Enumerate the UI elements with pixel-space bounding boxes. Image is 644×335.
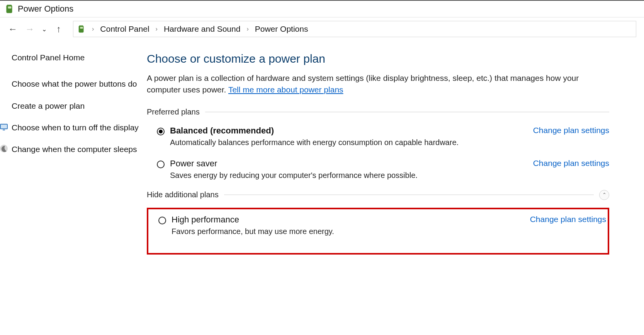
plan-description: Favors performance, but may use more ene… — [172, 227, 522, 236]
plan-title: Power saver — [170, 159, 525, 169]
page-description: A power plan is a collection of hardware… — [147, 72, 609, 96]
sidebar-home-link[interactable]: Control Panel Home — [12, 52, 139, 63]
sidebar-item-label: Create a power plan — [12, 101, 85, 111]
collapse-button[interactable]: ⌃ — [599, 190, 609, 200]
radio-power-saver[interactable] — [157, 161, 165, 168]
chevron-right-icon: › — [92, 26, 94, 32]
section-label: Preferred plans — [147, 108, 200, 116]
svg-rect-3 — [1, 125, 7, 128]
breadcrumb-item[interactable]: Power Options — [253, 24, 310, 34]
highlighted-plan-box: High performance Favors performance, but… — [147, 208, 609, 255]
power-options-icon — [5, 4, 15, 14]
divider — [224, 195, 594, 195]
svg-rect-1 — [80, 27, 83, 29]
titlebar: Power Options — [0, 0, 644, 17]
breadcrumb-bar[interactable]: › Control Panel › Hardware and Sound › P… — [73, 21, 636, 37]
sidebar-link-display-off[interactable]: Choose when to turn off the display — [0, 122, 139, 133]
plan-balanced: Balanced (recommended) Automatically bal… — [147, 124, 609, 157]
additional-plans-header: Hide additional plans ⌃ — [147, 190, 609, 200]
chevron-right-icon: › — [156, 26, 158, 32]
plan-title: High performance — [172, 215, 522, 225]
svg-rect-4 — [3, 130, 5, 130]
svg-rect-0 — [8, 7, 12, 9]
nav-history-dropdown[interactable]: ⌄ — [42, 26, 47, 33]
nav-up-button[interactable]: ↑ — [54, 24, 64, 34]
window-title: Power Options — [18, 4, 73, 14]
content-area: Choose or customize a power plan A power… — [147, 52, 632, 255]
plan-title: Balanced (recommended) — [170, 126, 525, 136]
main-area: Control Panel Home Choose what the power… — [0, 41, 644, 255]
breadcrumb-icon — [77, 25, 86, 33]
sidebar-item-label: Choose what the power buttons do — [12, 79, 137, 89]
section-label: Hide additional plans — [147, 190, 219, 199]
breadcrumb-item[interactable]: Control Panel — [99, 24, 151, 34]
sidebar-link-power-buttons[interactable]: Choose what the power buttons do — [12, 79, 139, 89]
sidebar: Control Panel Home Choose what the power… — [12, 52, 147, 255]
radio-high-performance[interactable] — [158, 217, 166, 224]
nav-back-button[interactable]: ← — [8, 24, 18, 34]
chevron-up-icon: ⌃ — [602, 192, 607, 198]
preferred-plans-header: Preferred plans — [147, 108, 609, 116]
sidebar-link-sleep[interactable]: Change when the computer sleeps — [0, 144, 139, 155]
plan-description: Saves energy by reducing your computer's… — [170, 171, 525, 180]
sidebar-item-label: Change when the computer sleeps — [12, 144, 137, 155]
sidebar-link-create-plan[interactable]: Create a power plan — [12, 101, 139, 111]
nav-forward-button[interactable]: → — [25, 24, 35, 34]
more-info-link[interactable]: Tell me more about power plans — [228, 85, 343, 94]
divider — [205, 112, 609, 112]
breadcrumb-item[interactable]: Hardware and Sound — [162, 24, 242, 34]
plan-high-performance: High performance Favors performance, but… — [150, 213, 606, 238]
change-plan-link[interactable]: Change plan settings — [530, 215, 606, 224]
sidebar-item-label: Choose when to turn off the display — [12, 122, 139, 133]
change-plan-link[interactable]: Change plan settings — [533, 159, 609, 168]
plan-description: Automatically balances performance with … — [170, 138, 525, 147]
sidebar-item-label: Control Panel Home — [12, 52, 85, 63]
chevron-right-icon: › — [246, 26, 248, 32]
moon-icon — [0, 144, 8, 153]
change-plan-link[interactable]: Change plan settings — [533, 126, 609, 135]
page-heading: Choose or customize a power plan — [147, 52, 609, 65]
description-text: A power plan is a collection of hardware… — [147, 73, 579, 94]
monitor-icon — [0, 122, 8, 132]
plan-power-saver: Power saver Saves energy by reducing you… — [147, 157, 609, 190]
nav-row: ← → ⌄ ↑ › Control Panel › Hardware and S… — [0, 17, 644, 41]
radio-balanced[interactable] — [157, 128, 165, 135]
